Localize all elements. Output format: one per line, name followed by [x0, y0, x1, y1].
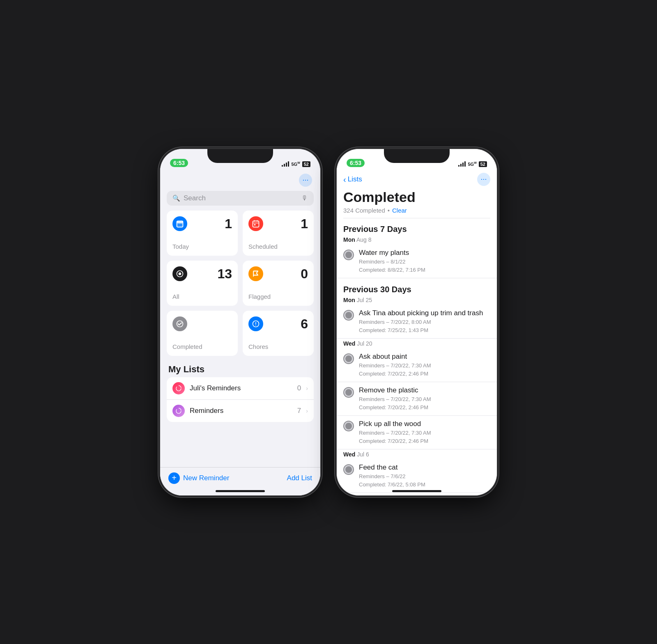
back-button[interactable]: ‹ Lists [343, 175, 362, 183]
subtitle-row: 324 Completed • Clear [337, 206, 497, 218]
check-inner-paint [345, 355, 352, 362]
status-right-2: 5GW 52 [458, 161, 487, 167]
search-bar[interactable]: 🔍 Search 🎙 [167, 191, 314, 206]
chores-icon: ! [248, 316, 263, 331]
section-title-30-days: Previous 30 Days [343, 285, 411, 294]
reminder-ask-tina[interactable]: Ask Tina about picking up trim and trash… [337, 305, 497, 339]
reminder-check-feed-cat[interactable] [343, 464, 354, 475]
reminder-ask-paint[interactable]: Ask about paint Reminders – 7/20/22, 7:3… [337, 348, 497, 382]
scheduled-label: Scheduled [248, 243, 308, 250]
screen-1: ··· 🔍 Search 🎙 10 [160, 149, 320, 495]
reminder-meta-feed-cat: Reminders – 7/6/22 Completed: 7/6/22, 5:… [359, 472, 490, 488]
reminder-check-ask-paint[interactable] [343, 353, 354, 364]
all-label: All [172, 293, 232, 300]
svg-rect-8 [254, 224, 255, 225]
scheduled-count: 1 [301, 216, 308, 231]
list-item-julis[interactable]: Juli's Reminders 0 › [167, 377, 314, 400]
reminder-meta-ask-paint: Reminders – 7/20/22, 7:30 AM Completed: … [359, 362, 490, 378]
battery-icon-2: 52 [479, 161, 487, 167]
time-display-1: 6:53 [170, 159, 188, 167]
reminder-title-pick-up-wood: Pick up all the wood [359, 420, 490, 428]
page-title: Completed [337, 188, 497, 206]
add-list-button[interactable]: Add List [287, 474, 312, 482]
notch [207, 149, 273, 163]
smart-card-scheduled[interactable]: 1 Scheduled [243, 211, 314, 256]
completed-count-label: 324 Completed [343, 207, 385, 214]
reminder-water-plants[interactable]: Water my plants Reminders – 8/1/22 Compl… [337, 245, 497, 278]
reminder-check-pick-up-wood[interactable] [343, 421, 354, 431]
check-inner-plastic [345, 389, 352, 396]
day-label-jul6: Wed Jul 6 [337, 449, 497, 459]
section-previous-7-days: Previous 7 Days [337, 218, 497, 235]
reminder-feed-cat[interactable]: Feed the cat Reminders – 7/6/22 Complete… [337, 459, 497, 493]
scheduled-icon [248, 216, 263, 231]
clear-button[interactable]: Clear [392, 207, 407, 214]
smart-card-chores[interactable]: ! 6 Chores [243, 311, 314, 356]
reminder-title-ask-tina: Ask Tina about picking up trim and trash [359, 309, 490, 317]
reminder-content-water-plants: Water my plants Reminders – 8/1/22 Compl… [359, 249, 490, 274]
reminder-pick-up-wood[interactable]: Pick up all the wood Reminders – 7/20/22… [337, 416, 497, 449]
check-inner [345, 252, 352, 258]
day-label-jul20: Wed Jul 20 [337, 339, 497, 348]
reminders-icon [172, 405, 185, 417]
search-icon: 🔍 [172, 195, 180, 202]
signal-icon-1 [282, 161, 289, 167]
svg-text:!: ! [255, 321, 257, 326]
completed-label: Completed [172, 343, 232, 350]
reminder-content-feed-cat: Feed the cat Reminders – 7/6/22 Complete… [359, 463, 490, 488]
reminder-meta-pick-up-wood: Reminders – 7/20/22, 7:30 AM Completed: … [359, 429, 490, 445]
list-item-reminders[interactable]: Reminders 7 › [167, 400, 314, 422]
chores-label: Chores [248, 343, 308, 350]
reminder-check-ask-tina[interactable] [343, 310, 354, 321]
network-label-2: 5GW [468, 161, 476, 167]
julis-reminders-icon [172, 382, 185, 394]
more-button-2[interactable]: ··· [477, 173, 490, 186]
battery-icon-1: 52 [302, 161, 310, 167]
reminder-check-water-plants[interactable] [343, 250, 354, 260]
phone-2: 6:53 5GW 52 ‹ Lists ··· Completed [337, 149, 497, 495]
reminders-count: 7 [297, 407, 301, 415]
top-bar-1: ··· [160, 170, 320, 188]
all-icon [172, 266, 187, 281]
check-inner-tina [345, 312, 352, 319]
completed-icon [172, 316, 187, 331]
smart-card-completed[interactable]: Completed [167, 311, 238, 356]
mic-icon[interactable]: 🎙 [301, 195, 308, 202]
reminder-meta-remove-plastic: Reminders – 7/20/22, 7:30 AM Completed: … [359, 395, 490, 411]
check-inner-wood [345, 423, 352, 429]
my-lists-title: My Lists [160, 361, 320, 377]
svg-rect-4 [253, 221, 259, 227]
signal-icon-2 [458, 161, 466, 167]
smart-card-today[interactable]: 10 1 Today [167, 211, 238, 256]
time-display-2: 6:53 [347, 159, 365, 167]
check-inner-cat [345, 466, 352, 473]
reminder-check-remove-plastic[interactable] [343, 387, 354, 398]
screen-2: ‹ Lists ··· Completed 324 Completed • Cl… [337, 149, 497, 495]
back-chevron-icon: ‹ [343, 175, 346, 183]
smart-card-all[interactable]: 13 All [167, 261, 238, 306]
chores-count: 6 [301, 316, 308, 332]
nav-bar: ‹ Lists ··· [337, 170, 497, 188]
search-placeholder: Search [184, 194, 298, 202]
more-button-1[interactable]: ··· [299, 174, 312, 187]
phone-1: 6:53 5GW 52 ··· 🔍 Search 🎙 [160, 149, 320, 495]
back-label: Lists [348, 175, 362, 183]
status-right-1: 5GW 52 [282, 161, 310, 167]
flagged-label: Flagged [248, 293, 308, 300]
smart-card-flagged[interactable]: 0 Flagged [243, 261, 314, 306]
flagged-count: 0 [301, 266, 308, 282]
smart-lists-grid: 10 1 Today [160, 211, 320, 361]
reminder-meta-water-plants: Reminders – 8/1/22 Completed: 8/8/22, 7:… [359, 258, 490, 274]
julis-reminders-chevron: › [306, 385, 308, 392]
network-label-1: 5GW [291, 161, 300, 167]
new-reminder-button[interactable]: + New Reminder [168, 472, 229, 484]
reminder-remove-plastic[interactable]: Remove the plastic Reminders – 7/20/22, … [337, 382, 497, 416]
today-count: 1 [225, 216, 232, 231]
today-icon: 10 [172, 216, 187, 231]
reminder-content-ask-tina: Ask Tina about picking up trim and trash… [359, 309, 490, 334]
reminder-content-pick-up-wood: Pick up all the wood Reminders – 7/20/22… [359, 420, 490, 445]
julis-reminders-count: 0 [297, 384, 301, 392]
reminder-title-remove-plastic: Remove the plastic [359, 386, 490, 394]
flagged-icon [248, 266, 263, 281]
home-indicator-2 [392, 490, 441, 492]
